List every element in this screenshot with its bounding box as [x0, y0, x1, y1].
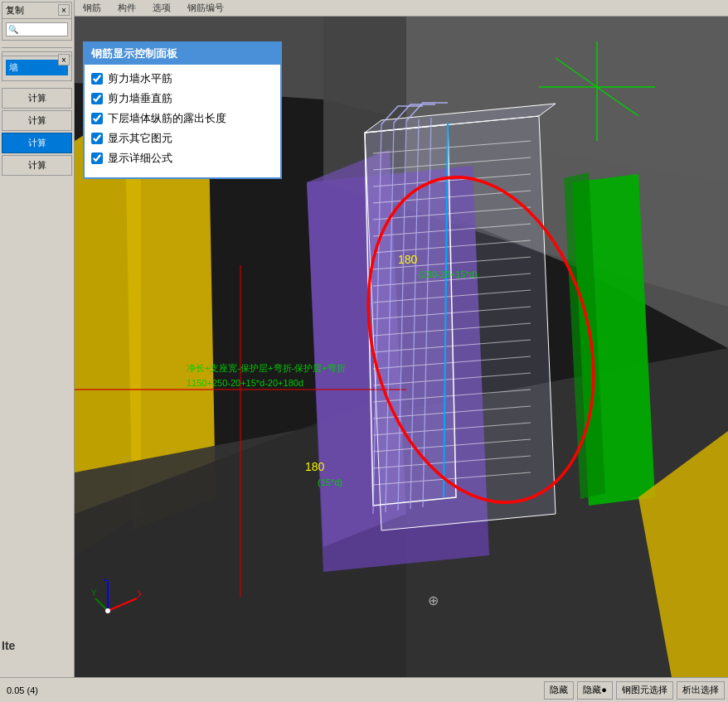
- svg-text:Z: Z: [104, 578, 109, 583]
- control-panel: 钢筋显示控制面板 剪力墙水平筋 剪力墙垂直筋 下层墙体纵筋的露出长度 显示其它图…: [83, 41, 282, 179]
- status-bar: 0.05 (4) 隐藏 隐藏● 钢图元选择 析出选择: [0, 677, 728, 702]
- svg-line-56: [108, 598, 137, 611]
- checkbox-horizontal-rebar-label: 剪力墙水平筋: [108, 71, 172, 86]
- copy-close-btn[interactable]: ×: [58, 4, 70, 16]
- top-menu-bar: 钢筋 构件 选项 钢筋编号: [75, 0, 728, 17]
- calc-buttons: 计算 计算 计算 计算: [2, 88, 72, 700]
- svg-marker-11: [365, 124, 456, 506]
- menu-component[interactable]: 构件: [118, 2, 136, 14]
- calc-btn-3[interactable]: 计算: [2, 133, 72, 153]
- svg-line-58: [95, 598, 108, 611]
- calc-btn-2[interactable]: 计算: [2, 110, 72, 131]
- scale-label: 0.05 (4): [3, 684, 41, 697]
- search-icon: 🔍: [8, 25, 18, 34]
- checkbox-horizontal-rebar[interactable]: 剪力墙水平筋: [91, 71, 274, 86]
- svg-text:(15*d): (15*d): [318, 477, 342, 487]
- calc-btn-1[interactable]: 计算: [2, 88, 72, 109]
- left-sidebar: 复制 × 🔍 × 墙 计算 计算 计算 计算 Ite: [0, 0, 75, 702]
- checkbox-other-elements-label: 显示其它图元: [108, 131, 172, 146]
- hide-btn-1[interactable]: 隐藏: [544, 681, 574, 700]
- svg-text:X: X: [138, 590, 141, 599]
- checkbox-vertical-rebar[interactable]: 剪力墙垂直筋: [91, 91, 274, 106]
- checkbox-detail-formula-input[interactable]: [91, 153, 103, 164]
- wall-panel: × 墙: [2, 51, 72, 81]
- checkbox-vertical-rebar-label: 剪力墙垂直筋: [108, 91, 172, 106]
- checkbox-lower-exposed-input[interactable]: [91, 113, 103, 124]
- checkbox-other-elements[interactable]: 显示其它图元: [91, 131, 274, 146]
- checkbox-horizontal-rebar-input[interactable]: [91, 73, 103, 85]
- calc-btn-4[interactable]: 计算: [2, 155, 72, 176]
- checkbox-lower-exposed[interactable]: 下层墙体纵筋的露出长度: [91, 111, 274, 126]
- analysis-select-btn[interactable]: 析出选择: [677, 681, 725, 700]
- svg-text:180: 180: [398, 253, 418, 266]
- rebar-select-btn[interactable]: 钢图元选择: [616, 681, 673, 700]
- svg-text:⊕: ⊕: [428, 593, 439, 608]
- ite-label: Ite: [2, 639, 15, 652]
- svg-point-62: [105, 608, 110, 613]
- checkbox-detail-formula[interactable]: 显示详细公式: [91, 151, 274, 166]
- menu-rebar-num[interactable]: 钢筋编号: [187, 2, 224, 14]
- copy-label: 复制: [6, 4, 24, 17]
- copy-panel: 复制 × 🔍: [2, 2, 72, 41]
- menu-rebar[interactable]: 钢筋: [83, 2, 101, 14]
- svg-text:(230-20+15*d): (230-20+15*d): [419, 269, 478, 279]
- checkbox-detail-formula-label: 显示详细公式: [108, 151, 172, 166]
- control-panel-title: 钢筋显示控制面板: [85, 43, 280, 65]
- svg-text:净长+支座宽-保护层+弯折-保护层+弯折: 净长+支座宽-保护层+弯折-保护层+弯折: [187, 363, 346, 373]
- checkbox-other-elements-input[interactable]: [91, 133, 103, 144]
- svg-text:1150+250-20+15*d-20+180d: 1150+250-20+15*d-20+180d: [187, 378, 303, 388]
- copy-panel-header: 复制 ×: [2, 2, 71, 19]
- wall-close-btn[interactable]: ×: [58, 54, 70, 65]
- copy-panel-content: 🔍: [2, 19, 71, 40]
- checkbox-vertical-rebar-input[interactable]: [91, 93, 103, 104]
- divider1: [2, 47, 72, 48]
- menu-options[interactable]: 选项: [153, 2, 171, 14]
- checkbox-lower-exposed-label: 下层墙体纵筋的露出长度: [108, 111, 226, 126]
- coordinate-axes: X Y Z: [91, 578, 141, 627]
- hide-btn-2[interactable]: 隐藏●: [577, 681, 613, 700]
- svg-text:Y: Y: [91, 588, 97, 598]
- svg-text:180: 180: [305, 460, 325, 473]
